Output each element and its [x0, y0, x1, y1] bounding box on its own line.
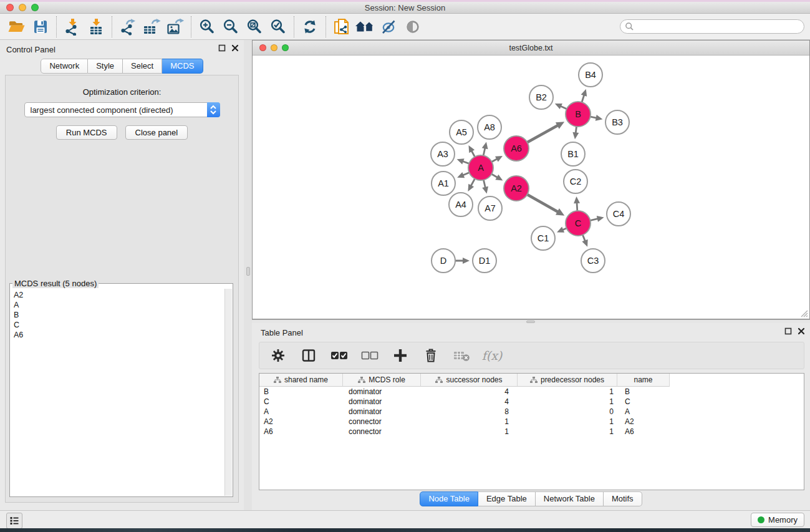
result-item[interactable]: C — [14, 320, 224, 330]
zoom-selected-icon[interactable] — [266, 16, 290, 38]
save-session-icon[interactable] — [29, 16, 52, 38]
cell-mcds_role[interactable]: dominator — [343, 387, 421, 397]
cell-predecessor_nodes[interactable]: 0 — [518, 407, 617, 417]
close-window-icon[interactable] — [6, 4, 14, 11]
graph-node-D[interactable]: D — [432, 249, 455, 273]
result-scrollbar[interactable] — [224, 289, 232, 496]
cell-predecessor_nodes[interactable]: 1 — [518, 387, 617, 397]
zoom-out-icon[interactable] — [219, 16, 243, 38]
memory-button[interactable]: Memory — [751, 513, 804, 527]
split-panel-icon[interactable] — [297, 344, 320, 367]
graph-node-A7[interactable]: A7 — [478, 196, 502, 220]
import-table-icon[interactable] — [84, 16, 108, 38]
close-panel-icon[interactable] — [231, 44, 239, 52]
cell-shared_name[interactable]: B — [259, 387, 343, 397]
network-canvas-svg[interactable]: B4B2BB3A8A5A6A3B1AA1C2A2A4A7C4CC1C3DD1 — [253, 56, 809, 319]
cell-mcds_role[interactable]: dominator — [343, 407, 421, 417]
column-header-shared-name[interactable]: shared name — [259, 374, 343, 387]
cell-shared_name[interactable]: A — [259, 407, 343, 417]
import-network-icon[interactable] — [60, 16, 84, 38]
minimize-window-icon[interactable] — [19, 4, 26, 11]
result-item[interactable]: A6 — [14, 330, 224, 340]
delete-columns-icon[interactable] — [420, 344, 442, 367]
cell-name[interactable]: A — [617, 407, 670, 417]
table-row[interactable]: A6connector11A6 — [259, 427, 804, 437]
first-neighbors-icon[interactable] — [354, 16, 377, 38]
cell-mcds_role[interactable]: connector — [343, 427, 421, 437]
column-header-successor-nodes[interactable]: successor nodes — [421, 374, 518, 387]
cell-successor_nodes[interactable]: 8 — [421, 407, 518, 417]
graph-node-C4[interactable]: C4 — [607, 202, 630, 226]
float-panel-icon[interactable] — [218, 44, 226, 52]
add-column-icon[interactable] — [389, 344, 412, 367]
network-canvas[interactable]: B4B2BB3A8A5A6A3B1AA1C2A2A4A7C4CC1C3DD1 — [253, 56, 809, 319]
export-network-icon[interactable] — [116, 16, 140, 38]
search-field[interactable] — [620, 19, 804, 34]
cell-shared_name[interactable]: A2 — [259, 417, 343, 427]
net-minimize-icon[interactable] — [271, 44, 277, 51]
table-row[interactable]: Adominator80A — [259, 407, 804, 417]
graph-node-C[interactable]: C — [566, 211, 591, 236]
tab-motifs[interactable]: Motifs — [604, 491, 642, 506]
graph-node-A[interactable]: A — [468, 155, 493, 180]
cell-shared_name[interactable]: A6 — [259, 427, 343, 437]
new-network-from-selection-icon[interactable] — [330, 16, 354, 38]
result-item[interactable]: B — [14, 310, 224, 320]
graph-node-A6[interactable]: A6 — [504, 136, 529, 161]
cell-successor_nodes[interactable]: 1 — [421, 427, 518, 437]
graph-node-B2[interactable]: B2 — [529, 85, 553, 109]
cell-successor_nodes[interactable]: 4 — [421, 387, 518, 397]
cell-name[interactable]: C — [617, 397, 670, 407]
cell-successor_nodes[interactable]: 4 — [421, 397, 518, 407]
apply-function-icon[interactable]: f(x) — [481, 344, 503, 367]
tab-style[interactable]: Style — [88, 59, 123, 74]
column-header-MCDS-role[interactable]: MCDS role — [343, 374, 421, 387]
graph-node-A1[interactable]: A1 — [432, 172, 455, 195]
cell-name[interactable]: B — [617, 387, 670, 397]
result-item[interactable]: A — [14, 300, 224, 310]
vertical-split-divider[interactable] — [244, 40, 252, 510]
net-zoom-icon[interactable] — [282, 44, 289, 51]
export-table-icon[interactable] — [140, 16, 163, 38]
delete-table-icon[interactable] — [450, 344, 473, 367]
graph-node-B4[interactable]: B4 — [579, 63, 602, 87]
zoom-in-icon[interactable] — [195, 16, 219, 38]
mcds-result-list[interactable]: A2ABCA6 — [11, 289, 224, 496]
cell-name[interactable]: A2 — [617, 417, 670, 427]
select-all-checkboxes-icon[interactable] — [328, 344, 350, 367]
graph-node-A4[interactable]: A4 — [449, 193, 473, 216]
search-input[interactable] — [637, 21, 804, 32]
run-mcds-button[interactable]: Run MCDS — [56, 125, 117, 140]
tab-select[interactable]: Select — [123, 59, 162, 74]
show-panels-button[interactable] — [6, 513, 22, 529]
open-session-icon[interactable] — [5, 16, 29, 38]
deselect-all-checkboxes-icon[interactable] — [359, 344, 381, 367]
tab-node-table[interactable]: Node Table — [420, 491, 478, 506]
cell-mcds_role[interactable]: connector — [343, 417, 421, 427]
graph-node-A3[interactable]: A3 — [431, 142, 455, 166]
graph-node-C3[interactable]: C3 — [581, 249, 605, 273]
cell-mcds_role[interactable]: dominator — [343, 397, 421, 407]
cell-predecessor_nodes[interactable]: 1 — [518, 397, 617, 407]
cell-predecessor_nodes[interactable]: 1 — [518, 427, 617, 437]
column-header-predecessor-nodes[interactable]: predecessor nodes — [518, 374, 617, 387]
graph-node-C2[interactable]: C2 — [564, 170, 587, 193]
divider-grip[interactable] — [246, 267, 250, 276]
graph-node-B[interactable]: B — [566, 102, 591, 127]
tab-edge-table[interactable]: Edge Table — [478, 491, 536, 506]
close-panel-button[interactable]: Close panel — [125, 125, 188, 140]
tab-mcds[interactable]: MCDS — [162, 59, 203, 74]
table-settings-icon[interactable] — [267, 344, 289, 367]
float-panel-icon[interactable] — [784, 327, 792, 335]
graph-node-B3[interactable]: B3 — [605, 110, 629, 134]
table-row[interactable]: Bdominator41B — [259, 387, 804, 397]
table-row[interactable]: Cdominator41C — [259, 397, 804, 407]
graph-node-A2[interactable]: A2 — [504, 176, 529, 201]
zoom-fit-icon[interactable] — [243, 16, 266, 38]
cell-name[interactable]: A6 — [617, 427, 670, 437]
result-item[interactable]: A2 — [14, 290, 224, 300]
close-panel-icon[interactable] — [798, 327, 805, 335]
column-header-name[interactable]: name — [617, 374, 670, 387]
resize-grip-icon[interactable] — [799, 309, 808, 317]
refresh-view-icon[interactable] — [298, 16, 322, 38]
